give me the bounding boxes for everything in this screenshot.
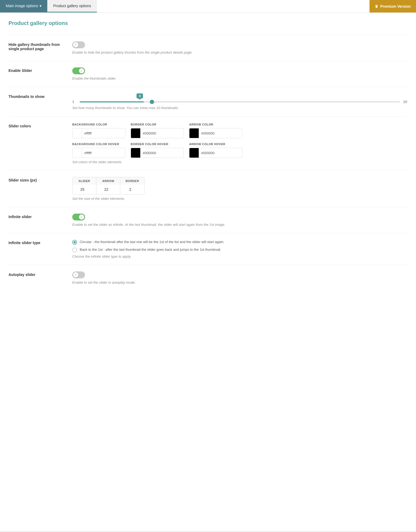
infinite-slider-label: Infinite slider xyxy=(9,214,62,219)
radio-back-input[interactable] xyxy=(72,248,77,252)
colors-grid-row2: BACKGROUND COLOR HOVER ↺ BORDER COLOR HO… xyxy=(72,142,407,158)
slider-colors-control: BACKGROUND COLOR ↺ BORDER COLOR ↺ xyxy=(72,123,407,164)
bg-hover-color-group: BACKGROUND COLOR HOVER ↺ xyxy=(72,142,125,158)
bg-color-label: BACKGROUND COLOR xyxy=(72,123,125,126)
sizes-grid: SLIDER ARROW BORDER xyxy=(72,177,145,194)
sizes-inputs xyxy=(73,185,144,194)
enable-slider-description: Enable the thumbnails slider. xyxy=(72,76,407,80)
radio-circular-input[interactable] xyxy=(72,240,77,245)
border-color-swatch[interactable] xyxy=(131,128,141,138)
arrow-color-label: ARROW COLOR xyxy=(189,123,242,126)
range-value-bubble: 3 xyxy=(137,93,143,98)
chevron-down-icon: ▾ xyxy=(40,4,41,8)
slider-sizes-row: Slider sizes (px) SLIDER ARROW BORDER Se… xyxy=(9,170,407,207)
border-size-input[interactable] xyxy=(120,185,144,194)
border-color-label: BORDER COLOR xyxy=(131,123,184,126)
toggle-knob: ✕ xyxy=(73,42,78,47)
range-wrapper: 3 1 10 xyxy=(72,93,407,104)
arrow-size-input[interactable] xyxy=(96,185,120,194)
tab-premium-label: Premium Version xyxy=(380,4,411,8)
autoplay-slider-label: Autoplay slider xyxy=(9,271,62,277)
thumbnails-row: Thumbnails to show 3 1 10 Set how many t… xyxy=(9,87,407,116)
close-icon: ✕ xyxy=(75,44,77,46)
arrow-color-group: ARROW COLOR ↺ xyxy=(189,123,242,138)
hide-gallery-label: Hide gallery thumbnails from single prod… xyxy=(9,41,62,51)
border-hover-swatch[interactable] xyxy=(131,148,141,158)
arrow-color-input-row: ↺ xyxy=(189,128,242,138)
border-hover-input-row: ↺ xyxy=(131,148,184,158)
tab-main-image-label: Main image options xyxy=(6,4,38,8)
bg-color-group: BACKGROUND COLOR ↺ xyxy=(72,123,125,138)
bg-hover-swatch[interactable] xyxy=(73,148,82,158)
slider-colors-label: Slider colors xyxy=(9,123,62,128)
bg-hover-color-label: BACKGROUND COLOR HOVER xyxy=(72,142,125,146)
range-min: 1 xyxy=(72,100,77,104)
range-row: 1 10 xyxy=(72,100,407,104)
arrow-hover-color-label: ARROW COLOR HOVER xyxy=(189,142,242,146)
bg-color-input-row: ↺ xyxy=(72,128,125,138)
infinite-slider-type-description: Choose the infinite slider type to apply… xyxy=(72,254,407,258)
autoplay-slider-row: Autoplay slider ✕ Enable to set the slid… xyxy=(9,265,407,291)
hide-gallery-description: Enable to hide the product gallery thumb… xyxy=(72,50,407,54)
slider-sizes-control: SLIDER ARROW BORDER Set the size of the … xyxy=(72,177,407,201)
tab-product-gallery[interactable]: Product gallery options xyxy=(47,0,97,12)
border-hover-color-label: BORDER COLOR HOVER xyxy=(131,142,184,146)
main-content: Product gallery options Hide gallery thu… xyxy=(0,13,416,531)
slider-sizes-description: Set the size of the slider elements. xyxy=(72,197,407,201)
bg-hover-hex-input[interactable] xyxy=(82,149,125,157)
autoplay-slider-toggle[interactable]: ✕ xyxy=(72,271,85,278)
infinite-toggle-knob: ✓ xyxy=(79,214,84,220)
arrow-size-header: ARROW xyxy=(96,177,120,185)
range-max: 10 xyxy=(403,100,407,104)
border-hover-hex-input[interactable] xyxy=(141,149,184,157)
radio-circular-label: Circular - the thumbnail after the last … xyxy=(80,240,224,244)
infinite-slider-type-label: Infinite slider type xyxy=(9,240,62,245)
radio-circular-row: Circular - the thumbnail after the last … xyxy=(72,240,407,245)
infinite-slider-control: ✓ Enable to set the slider as infinite. … xyxy=(72,214,407,227)
border-size-header: BORDER xyxy=(120,177,144,185)
radio-back-label: Back to the 1st - after the last thumbna… xyxy=(80,247,221,252)
hide-gallery-row: Hide gallery thumbnails from single prod… xyxy=(9,35,407,61)
tab-main-image[interactable]: Main image options ▾ xyxy=(0,0,47,12)
enable-slider-row: Enable Slider ✓ Enable the thumbnails sl… xyxy=(9,61,407,87)
thumbnails-label: Thumbnails to show xyxy=(9,93,62,99)
radio-circular-dot xyxy=(74,241,76,243)
check-icon-2: ✓ xyxy=(80,216,83,219)
hide-gallery-toggle[interactable]: ✕ xyxy=(72,41,85,48)
border-color-input-row: ↺ xyxy=(131,128,184,138)
check-icon: ✓ xyxy=(80,70,83,72)
hide-gallery-control: ✕ Enable to hide the product gallery thu… xyxy=(72,41,407,54)
infinite-slider-type-row: Infinite slider type Circular - the thum… xyxy=(9,233,407,265)
radio-group: Circular - the thumbnail after the last … xyxy=(72,240,407,252)
toggle-knob-on: ✓ xyxy=(79,68,84,73)
border-color-hex-input[interactable] xyxy=(141,129,184,137)
radio-back-row: Back to the 1st - after the last thumbna… xyxy=(72,247,407,252)
bg-color-hex-input[interactable] xyxy=(82,129,125,137)
autoplay-toggle-knob: ✕ xyxy=(73,272,78,278)
arrow-color-hex-input[interactable] xyxy=(199,129,242,137)
thumbnails-range-input[interactable] xyxy=(80,101,400,102)
infinite-slider-row: Infinite slider ✓ Enable to set the slid… xyxy=(9,207,407,233)
colors-grid-row1: BACKGROUND COLOR ↺ BORDER COLOR ↺ xyxy=(72,123,407,138)
bg-color-swatch[interactable] xyxy=(73,128,82,138)
border-color-group: BORDER COLOR ↺ xyxy=(131,123,184,138)
crown-icon: ♛ xyxy=(375,4,378,8)
tab-premium[interactable]: ♛ Premium Version xyxy=(370,0,416,12)
arrow-hover-swatch[interactable] xyxy=(189,148,199,158)
arrow-color-swatch[interactable] xyxy=(189,128,199,138)
arrow-hover-hex-input[interactable] xyxy=(199,149,242,157)
close-icon-2: ✕ xyxy=(75,274,77,276)
bg-hover-input-row: ↺ xyxy=(72,148,125,158)
arrow-hover-color-group: ARROW COLOR HOVER ↺ xyxy=(189,142,242,158)
infinite-slider-description: Enable to set the slider as infinite. At… xyxy=(72,223,407,227)
autoplay-slider-description: Enable to set the slider in autoplay mod… xyxy=(72,280,407,284)
slider-size-input[interactable] xyxy=(73,185,96,194)
infinite-slider-toggle[interactable]: ✓ xyxy=(72,214,85,220)
tab-bar: Main image options ▾ Product gallery opt… xyxy=(0,0,416,13)
autoplay-slider-control: ✕ Enable to set the slider in autoplay m… xyxy=(72,271,407,284)
slider-colors-description: Set colors of the slider elements. xyxy=(72,160,407,164)
slider-size-header: SLIDER xyxy=(73,177,96,185)
enable-slider-control: ✓ Enable the thumbnails slider. xyxy=(72,67,407,80)
enable-slider-toggle[interactable]: ✓ xyxy=(72,67,85,74)
thumbnails-description: Set how many thumbnails to show. You can… xyxy=(72,106,407,110)
